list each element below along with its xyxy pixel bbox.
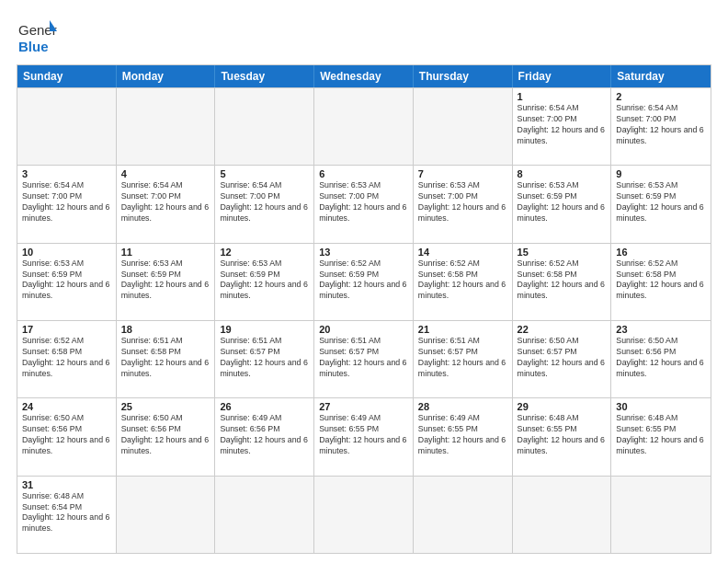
cal-cell: 6Sunrise: 6:53 AM Sunset: 7:00 PM Daylig… — [314, 166, 414, 242]
cal-cell: 29Sunrise: 6:48 AM Sunset: 6:55 PM Dayli… — [513, 398, 612, 475]
day-info: Sunrise: 6:50 AM Sunset: 6:56 PM Dayligh… — [616, 336, 706, 380]
day-number: 31 — [22, 479, 111, 490]
day-number: 19 — [220, 324, 309, 335]
cal-row-5: 31Sunrise: 6:48 AM Sunset: 6:54 PM Dayli… — [17, 476, 711, 553]
cal-cell — [611, 477, 711, 553]
cal-cell: 24Sunrise: 6:50 AM Sunset: 6:56 PM Dayli… — [17, 398, 117, 475]
day-number: 18 — [121, 324, 210, 335]
cal-cell: 28Sunrise: 6:49 AM Sunset: 6:55 PM Dayli… — [414, 398, 513, 475]
day-number: 22 — [518, 324, 607, 335]
cal-cell — [513, 477, 612, 553]
cal-row-0: 1Sunrise: 6:54 AM Sunset: 7:00 PM Daylig… — [17, 87, 711, 165]
cal-cell: 1Sunrise: 6:54 AM Sunset: 7:00 PM Daylig… — [513, 88, 612, 165]
day-info: Sunrise: 6:49 AM Sunset: 6:56 PM Dayligh… — [220, 413, 309, 457]
day-info: Sunrise: 6:54 AM Sunset: 7:00 PM Dayligh… — [220, 180, 309, 224]
day-info: Sunrise: 6:49 AM Sunset: 6:55 PM Dayligh… — [418, 413, 507, 457]
header: General Blue — [17, 17, 711, 57]
cal-header-saturday: Saturday — [611, 65, 711, 87]
cal-cell — [314, 88, 414, 165]
cal-cell — [314, 477, 414, 553]
day-number: 21 — [418, 324, 507, 335]
day-number: 5 — [220, 168, 309, 179]
day-info: Sunrise: 6:51 AM Sunset: 6:57 PM Dayligh… — [220, 336, 309, 380]
cal-cell: 19Sunrise: 6:51 AM Sunset: 6:57 PM Dayli… — [215, 321, 314, 397]
cal-cell: 17Sunrise: 6:52 AM Sunset: 6:58 PM Dayli… — [17, 321, 117, 397]
cal-cell: 31Sunrise: 6:48 AM Sunset: 6:54 PM Dayli… — [17, 477, 117, 553]
day-number: 8 — [518, 168, 607, 179]
cal-header-friday: Friday — [513, 65, 612, 87]
day-info: Sunrise: 6:48 AM Sunset: 6:55 PM Dayligh… — [518, 413, 607, 457]
day-number: 20 — [319, 324, 408, 335]
cal-cell — [414, 88, 513, 165]
day-number: 6 — [319, 168, 408, 179]
day-number: 15 — [518, 247, 607, 258]
cal-cell: 16Sunrise: 6:52 AM Sunset: 6:58 PM Dayli… — [611, 244, 711, 320]
day-number: 12 — [220, 247, 309, 258]
cal-cell: 18Sunrise: 6:51 AM Sunset: 6:58 PM Dayli… — [117, 321, 216, 397]
day-info: Sunrise: 6:53 AM Sunset: 6:59 PM Dayligh… — [121, 259, 210, 303]
day-number: 7 — [418, 168, 507, 179]
cal-cell: 23Sunrise: 6:50 AM Sunset: 6:56 PM Dayli… — [611, 321, 711, 397]
day-info: Sunrise: 6:54 AM Sunset: 7:00 PM Dayligh… — [616, 103, 706, 147]
day-info: Sunrise: 6:48 AM Sunset: 6:55 PM Dayligh… — [616, 413, 706, 457]
day-number: 27 — [319, 401, 408, 412]
cal-cell — [117, 88, 216, 165]
day-number: 2 — [616, 91, 706, 102]
cal-cell: 30Sunrise: 6:48 AM Sunset: 6:55 PM Dayli… — [611, 398, 711, 475]
cal-header-thursday: Thursday — [414, 65, 513, 87]
cal-cell: 11Sunrise: 6:53 AM Sunset: 6:59 PM Dayli… — [117, 244, 216, 320]
day-info: Sunrise: 6:53 AM Sunset: 6:59 PM Dayligh… — [518, 180, 607, 224]
cal-cell: 10Sunrise: 6:53 AM Sunset: 6:59 PM Dayli… — [17, 244, 117, 320]
cal-cell: 7Sunrise: 6:53 AM Sunset: 7:00 PM Daylig… — [414, 166, 513, 242]
cal-cell: 8Sunrise: 6:53 AM Sunset: 6:59 PM Daylig… — [513, 166, 612, 242]
cal-cell — [215, 88, 314, 165]
cal-cell: 25Sunrise: 6:50 AM Sunset: 6:56 PM Dayli… — [117, 398, 216, 475]
day-number: 9 — [616, 168, 706, 179]
logo: General Blue — [17, 17, 57, 57]
day-number: 29 — [518, 401, 607, 412]
cal-header-tuesday: Tuesday — [215, 65, 314, 87]
cal-row-4: 24Sunrise: 6:50 AM Sunset: 6:56 PM Dayli… — [17, 397, 711, 475]
logo-svg: General Blue — [17, 17, 57, 57]
day-info: Sunrise: 6:53 AM Sunset: 6:59 PM Dayligh… — [22, 259, 111, 303]
cal-cell: 14Sunrise: 6:52 AM Sunset: 6:58 PM Dayli… — [414, 244, 513, 320]
cal-cell — [414, 477, 513, 553]
calendar-header-row: SundayMondayTuesdayWednesdayThursdayFrid… — [17, 65, 711, 87]
day-number: 13 — [319, 247, 408, 258]
cal-row-2: 10Sunrise: 6:53 AM Sunset: 6:59 PM Dayli… — [17, 243, 711, 320]
cal-row-3: 17Sunrise: 6:52 AM Sunset: 6:58 PM Dayli… — [17, 320, 711, 397]
day-number: 10 — [22, 247, 111, 258]
day-number: 17 — [22, 324, 111, 335]
day-number: 14 — [418, 247, 507, 258]
day-info: Sunrise: 6:48 AM Sunset: 6:54 PM Dayligh… — [22, 491, 111, 535]
day-number: 3 — [22, 168, 111, 179]
cal-cell: 4Sunrise: 6:54 AM Sunset: 7:00 PM Daylig… — [117, 166, 216, 242]
cal-cell — [17, 88, 117, 165]
day-number: 11 — [121, 247, 210, 258]
page: General Blue SundayMondayTuesdayWednesda… — [0, 0, 728, 563]
day-info: Sunrise: 6:53 AM Sunset: 7:00 PM Dayligh… — [319, 180, 408, 224]
day-number: 1 — [518, 91, 607, 102]
day-number: 24 — [22, 401, 111, 412]
calendar-body: 1Sunrise: 6:54 AM Sunset: 7:00 PM Daylig… — [17, 87, 711, 553]
day-info: Sunrise: 6:52 AM Sunset: 6:58 PM Dayligh… — [616, 259, 706, 303]
cal-header-wednesday: Wednesday — [314, 65, 414, 87]
cal-cell — [117, 477, 216, 553]
cal-cell: 2Sunrise: 6:54 AM Sunset: 7:00 PM Daylig… — [611, 88, 711, 165]
day-number: 25 — [121, 401, 210, 412]
day-number: 16 — [616, 247, 706, 258]
day-info: Sunrise: 6:52 AM Sunset: 6:59 PM Dayligh… — [319, 259, 408, 303]
cal-cell: 12Sunrise: 6:53 AM Sunset: 6:59 PM Dayli… — [215, 244, 314, 320]
day-info: Sunrise: 6:53 AM Sunset: 7:00 PM Dayligh… — [418, 180, 507, 224]
day-info: Sunrise: 6:51 AM Sunset: 6:57 PM Dayligh… — [319, 336, 408, 380]
cal-cell: 9Sunrise: 6:53 AM Sunset: 6:59 PM Daylig… — [611, 166, 711, 242]
day-number: 4 — [121, 168, 210, 179]
day-info: Sunrise: 6:52 AM Sunset: 6:58 PM Dayligh… — [418, 259, 507, 303]
cal-header-sunday: Sunday — [17, 65, 117, 87]
cal-header-monday: Monday — [117, 65, 216, 87]
cal-cell — [215, 477, 314, 553]
day-number: 30 — [616, 401, 706, 412]
cal-cell: 13Sunrise: 6:52 AM Sunset: 6:59 PM Dayli… — [314, 244, 414, 320]
cal-cell: 15Sunrise: 6:52 AM Sunset: 6:58 PM Dayli… — [513, 244, 612, 320]
day-number: 23 — [616, 324, 706, 335]
